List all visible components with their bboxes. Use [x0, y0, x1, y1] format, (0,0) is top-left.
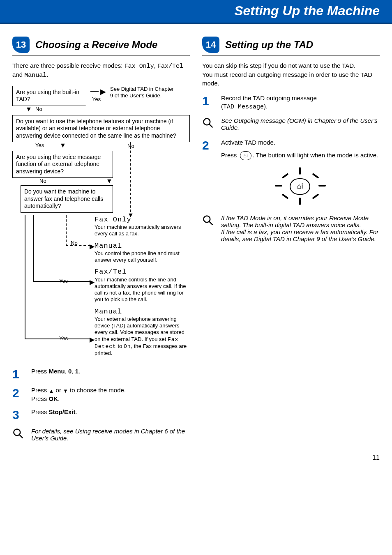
fc-box1-no-label: No [34, 105, 190, 113]
section-13-title: Choosing a Receive Mode [35, 39, 157, 51]
result-body: Your machine automatically answers every… [95, 224, 190, 237]
step-3: 3 Press Stop/Exit. [12, 408, 190, 422]
magnifier-icon [202, 117, 215, 131]
down-arrow-icon: ▼ [25, 106, 33, 113]
result-title: Manual [95, 307, 190, 316]
text: . [78, 368, 80, 375]
left-column: 13 Choosing a Receive Mode There are thr… [12, 37, 190, 442]
note-text: See Outgoing message (OGM) in Chapter 9 … [221, 117, 380, 131]
magnifier-icon [202, 214, 215, 242]
step-2: 2 Press ▲ or ▼ to choose the mode. Press… [12, 386, 190, 403]
tad-skip-paragraph: You can skip this step if you do not wan… [202, 62, 380, 70]
section-13-header: 13 Choosing a Receive Mode [12, 37, 190, 56]
tad-steps-list-2: 2 Activate TAD mode. Press ⌂i. The butto… [202, 138, 380, 208]
tad-step-1: 1 Record the TAD outgoing message (TAD M… [202, 94, 380, 112]
result-body: You control the phone line and must answ… [95, 250, 190, 264]
svg-line-3 [210, 124, 213, 128]
up-triangle-icon: ▲ [49, 388, 54, 394]
mode-fax-tel: Fax/Tel [157, 63, 183, 70]
note-text: For details, see Using receive modes in … [31, 428, 190, 442]
note-ogm-reference: See Outgoing message (OGM) in Chapter 9 … [202, 117, 380, 131]
step-number: 1 [202, 94, 215, 112]
result-fax-only: Fax Only Your machine automatically answ… [95, 215, 190, 237]
note-receive-mode-details: For details, see Using receive modes in … [12, 428, 190, 442]
svg-point-2 [204, 119, 210, 125]
text: . [76, 408, 77, 415]
key-ok: OK [49, 395, 58, 402]
page-number: 11 [0, 442, 392, 470]
intro-text: There are three possible receive modes: [12, 62, 125, 69]
step-number: 1 [12, 367, 25, 381]
text: Record the TAD outgoing message [221, 94, 317, 101]
steps-list: 1 Press Menu, 0, 1. 2 Press ▲ or ▼ to ch… [12, 367, 190, 422]
text: . [58, 395, 60, 402]
result-title: Manual [95, 242, 190, 250]
result-manual-1: Manual You control the phone line and mu… [95, 242, 190, 264]
magnifier-icon [12, 428, 25, 442]
key-menu: Menu [49, 368, 65, 375]
result-fax-tel: Fax/Tel Your machine controls the line a… [95, 267, 190, 303]
step-number: 3 [12, 408, 25, 422]
section-14-title: Setting up the TAD [225, 39, 313, 51]
receive-mode-intro: There are three possible receive modes: … [12, 62, 190, 80]
result-body: Your external telephone answering device… [95, 316, 190, 357]
fc-box-builtin-tad: Are you using the built-in TAD? [12, 86, 86, 106]
tad-step-2: 2 Activate TAD mode. Press ⌂i. The butto… [202, 138, 380, 208]
text: Press [31, 408, 49, 415]
section-13-badge: 13 [12, 37, 30, 53]
right-arrow-icon: ▶ [100, 88, 106, 95]
header-title: Setting Up the Machine [234, 3, 380, 18]
tad-lit-button-graphic: ⌂i [221, 168, 380, 205]
right-arrow-icon: ▶ [90, 278, 95, 286]
result-title: Fax/Tel [95, 267, 190, 276]
text: ). [264, 103, 267, 110]
note-tad-override: If the TAD Mode is on, it overrides your… [202, 214, 380, 242]
key-stop-exit: Stop/Exit [49, 408, 76, 415]
mode-fax-only: Fax Only [125, 63, 154, 70]
text: to choose the mode. [68, 387, 126, 394]
fc-box3-no: No [38, 177, 190, 185]
tad-steps-list: 1 Record the TAD outgoing message (TAD M… [202, 94, 380, 112]
result-manual-2: Manual Your external telephone answering… [95, 307, 190, 357]
fc-box2-no: No [126, 142, 190, 150]
tad-record-paragraph: You must record an outgoing message in o… [202, 71, 380, 88]
right-column: 14 Setting up the TAD You can skip this … [202, 37, 380, 442]
intro-sep1: , [154, 62, 157, 69]
tad-button-icon: ⌂i [239, 151, 253, 160]
down-triangle-icon: ▼ [63, 388, 68, 394]
right-arrow-icon: ▶ [90, 336, 95, 344]
fc-box-telephone-features: Do you want to use the telephone feature… [12, 115, 190, 143]
text: Press [31, 368, 49, 375]
step-1: 1 Press Menu, 0, 1. [12, 367, 190, 381]
text: Press [31, 395, 49, 402]
svg-point-4 [204, 216, 210, 222]
down-arrow-icon: ▼ [127, 211, 134, 219]
text: Activate TAD mode. [221, 138, 380, 147]
text: . The button will light when the mode is… [253, 152, 378, 159]
intro-sep2: and [12, 71, 24, 78]
fc-box2-yes: Yes [34, 141, 101, 150]
code-tad-message: TAD Message [223, 104, 264, 111]
tad-symbol: ⌂i [240, 151, 251, 160]
svg-point-0 [14, 429, 21, 435]
fc-box4-no: No [69, 239, 79, 247]
tad-symbol-large: ⌂i [290, 178, 310, 195]
fc-box1-yes-dest: See Digital TAD in Chapter 9 of the User… [110, 86, 176, 106]
fc-box1-yes-label: Yes [90, 95, 106, 104]
receive-mode-flowchart: Are you using the built-in TAD? ▶ Yes Se… [12, 86, 190, 361]
text: Press [221, 152, 239, 159]
text: , [71, 368, 75, 375]
text: or [54, 387, 63, 394]
fc-box-auto-answer: Do you want the machine to answer fax an… [21, 185, 113, 213]
result-title: Fax Only [95, 215, 190, 224]
note-text: If the TAD Mode is on, it overrides your… [221, 214, 380, 242]
result-body: Your machine controls the line and autom… [95, 276, 190, 303]
svg-line-5 [210, 221, 213, 225]
page-header: Setting Up the Machine [0, 0, 392, 24]
intro-end: . [46, 71, 48, 78]
right-arrow-icon: ▶ [90, 242, 95, 251]
key-1: 1 [75, 368, 78, 375]
section-14-badge: 14 [202, 37, 219, 53]
svg-line-1 [20, 435, 23, 438]
step-number: 2 [12, 386, 25, 403]
